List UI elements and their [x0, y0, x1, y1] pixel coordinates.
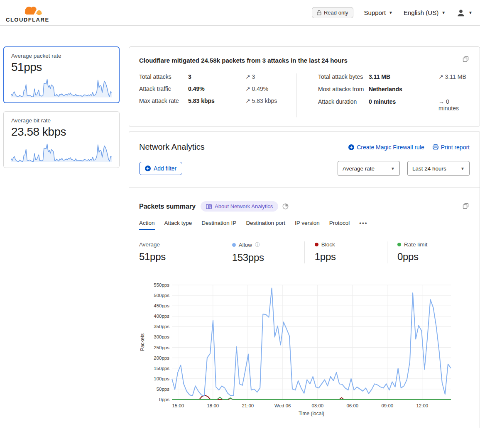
read-only-badge: Read only [312, 7, 353, 18]
plus-circle-icon [348, 144, 354, 150]
metric-dropdown-value: Average rate [343, 166, 375, 172]
book-icon [206, 204, 212, 209]
language-label: English (US) [404, 9, 438, 16]
bit-rate-sparkline [11, 141, 112, 163]
packet-stat-value: 51pps [139, 251, 222, 263]
add-filter-button[interactable]: Add filter [139, 162, 182, 175]
copy-packets-summary-button[interactable] [462, 202, 470, 211]
attack-summary-card: Cloudflare mitigated 24.58k packets from… [129, 46, 480, 127]
tab-protocol[interactable]: Protocol [329, 220, 350, 230]
print-report-link[interactable]: Print report [433, 144, 470, 151]
packet-stat-average: Average51pps [139, 241, 222, 263]
legend-dot-icon [232, 243, 236, 247]
attack-stats-left: Total attacks3↗ 3Attack traffic0.49%↗ 0.… [139, 73, 296, 117]
time-range-value: Last 24 hours [412, 166, 446, 172]
stat-trend: ↗ 3.11 MB [438, 73, 470, 80]
stat-trend: ↗ 3 [245, 73, 296, 80]
legend-dot-icon [397, 243, 401, 246]
y-tick-label: 500pps [154, 293, 169, 298]
copy-icon [463, 203, 469, 209]
create-magic-firewall-rule-link[interactable]: Create Magic Firewall rule [348, 144, 424, 151]
packet-stat-head: Rate limit [397, 241, 470, 248]
metric-card-value: 51pps [11, 61, 112, 74]
about-badge-label: About Network Analytics [215, 203, 273, 209]
language-menu[interactable]: English (US) ▼ [404, 9, 446, 16]
packet-stat-label: Rate limit [404, 241, 427, 248]
metric-card-label: Average packet rate [11, 53, 112, 59]
attack-stat-row: Total attacks3↗ 3 [139, 73, 296, 80]
packet-stat-value: 153pps [232, 252, 304, 263]
page-title: Network Analytics [139, 142, 205, 152]
summary-divider [296, 73, 296, 117]
cloudflare-cloud-icon [20, 5, 44, 17]
packet-stat-value: 1pps [315, 251, 387, 263]
about-network-analytics-badge[interactable]: About Network Analytics [201, 201, 278, 212]
add-filter-label: Add filter [154, 165, 176, 172]
tab-attack-type[interactable]: Attack type [164, 220, 192, 230]
packet-stat-label: Average [139, 241, 160, 248]
metric-dropdown[interactable]: Average rate ▼ [338, 161, 400, 176]
attack-stat-row: Attack duration0 minutes→ 0 minutes [318, 98, 470, 112]
stat-trend: ↗ 5.83 kbps [245, 97, 296, 104]
packets-line-chart: 0pps50pps100pps150pps200pps250pps300pps3… [139, 281, 471, 418]
plus-circle-icon [145, 166, 151, 171]
info-icon: ⓘ [255, 241, 260, 248]
avg-packet-rate-card[interactable]: Average packet rate 51pps [3, 46, 120, 103]
copy-summary-button[interactable] [462, 55, 470, 64]
packet-stat-label: Allow [239, 242, 252, 248]
history-clock-button[interactable] [282, 203, 289, 209]
stat-value: 0 minutes [369, 98, 438, 105]
avg-bit-rate-card[interactable]: Average bit rate 23.58 kbps [3, 111, 120, 168]
y-tick-label: 200pps [154, 355, 169, 360]
read-only-label: Read only [324, 10, 348, 16]
stat-value: 3.11 MB [369, 73, 438, 80]
x-tick-label: 15:00 [172, 403, 184, 408]
cloudflare-logo[interactable]: CLOUDFLARE [6, 3, 49, 22]
stat-value: 5.83 kbps [188, 97, 245, 104]
y-tick-label: 50pps [157, 387, 170, 392]
attack-stat-row: Attack traffic0.49%↗ 0.49% [139, 85, 296, 92]
time-range-dropdown[interactable]: Last 24 hours ▼ [407, 161, 470, 176]
y-tick-label: 400pps [154, 314, 169, 319]
chevron-down-icon: ▼ [468, 10, 473, 15]
stat-label: Total attacks [139, 73, 188, 80]
support-menu[interactable]: Support ▼ [364, 9, 393, 16]
tab-destination-ip[interactable]: Destination IP [201, 220, 236, 230]
tab-destination-port[interactable]: Destination port [246, 220, 285, 230]
packets-summary-section: Packets summary About Network Analytics [129, 188, 480, 428]
y-axis-label: Packets [140, 334, 145, 351]
stat-label: Attack duration [318, 98, 369, 105]
chevron-down-icon: ▼ [460, 166, 465, 171]
packet-stat-value: 0pps [397, 251, 470, 263]
packets-tabs: ActionAttack typeDestination IPDestinati… [139, 220, 470, 230]
tab-ip-version[interactable]: IP version [295, 220, 320, 230]
packet-stat-block: Block1pps [304, 241, 387, 263]
printer-icon [433, 144, 438, 150]
x-tick-label: 09:00 [381, 403, 393, 408]
x-tick-label: 18:00 [207, 403, 219, 408]
create-rule-label: Create Magic Firewall rule [357, 144, 424, 151]
packet-stat-allow: Allowⓘ153pps [222, 241, 304, 263]
attack-summary-title: Cloudflare mitigated 24.58k packets from… [139, 55, 348, 64]
attack-stats-right: Total attack bytes3.11 MB↗ 3.11 MBMost a… [307, 73, 470, 117]
metric-card-label: Average bit rate [11, 117, 112, 124]
packets-chart: 0pps50pps100pps150pps200pps250pps300pps3… [139, 281, 470, 418]
packet-stat-rate-limit: Rate limit0pps [387, 241, 470, 263]
tab-action[interactable]: Action [139, 220, 155, 230]
y-tick-label: 550pps [154, 282, 169, 287]
packets-summary-title: Packets summary [139, 203, 196, 210]
packet-rate-sparkline [11, 76, 112, 99]
chevron-down-icon: ▼ [391, 166, 395, 171]
tabs-more-button[interactable]: ••• [359, 220, 367, 230]
attack-stat-row: Max attack rate5.83 kbps↗ 5.83 kbps [139, 97, 296, 104]
chevron-down-icon: ▼ [389, 10, 393, 15]
x-tick-label: 12:00 [416, 403, 428, 408]
network-analytics-card: Network Analytics Create Magic Firewall … [129, 131, 480, 428]
stat-label: Total attack bytes [318, 73, 369, 80]
packets-stats-row: Average51ppsAllowⓘ153ppsBlock1ppsRate li… [139, 241, 470, 263]
cloudflare-logo-text: CLOUDFLARE [6, 17, 49, 22]
series-rate-limit [172, 397, 451, 399]
clock-icon [282, 203, 289, 209]
packet-stat-head: Allowⓘ [232, 241, 304, 248]
account-menu[interactable]: ▼ [456, 8, 473, 17]
